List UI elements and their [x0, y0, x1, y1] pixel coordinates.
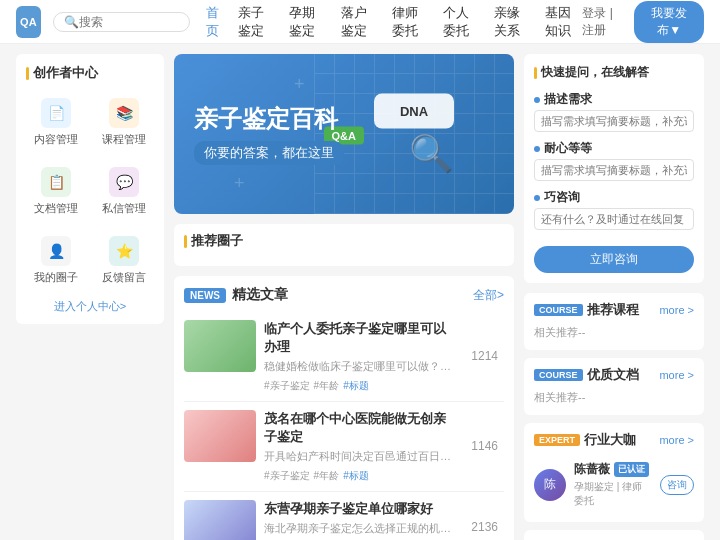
course-badge: COURSE	[534, 304, 583, 316]
tag-age[interactable]: #年龄	[314, 379, 340, 393]
tag-paternity-2[interactable]: #亲子鉴定	[264, 469, 310, 483]
enter-center-link[interactable]: 进入个人中心>	[54, 300, 126, 312]
dna-card: DNA	[374, 94, 454, 129]
docs-more-link[interactable]: more >	[659, 369, 694, 381]
banner-text: 亲子鉴定百科 你要的答案，都在这里	[194, 103, 344, 165]
article-title-3[interactable]: 东营孕期亲子鉴定单位哪家好	[264, 500, 457, 518]
expert-item: 陈 陈蔷薇 已认证 孕期鉴定 | 律师委托 咨询	[534, 455, 694, 514]
article-thumb-3	[184, 500, 256, 540]
search-bar[interactable]: 🔍	[53, 12, 190, 32]
banner-decoration: DNA Q&A 🔍	[374, 94, 454, 175]
quick-ask-patient-label: 耐心等等	[534, 140, 694, 157]
expert-consult-button[interactable]: 咨询	[660, 475, 694, 495]
experts-more-link[interactable]: more >	[659, 434, 694, 446]
courses-header: COURSE 推荐课程 more >	[534, 301, 694, 319]
creator-item-circle[interactable]: 👤 我的圈子	[26, 230, 86, 291]
quick-ask-item-patient: 耐心等等	[534, 140, 694, 181]
nav-item-personal[interactable]: 个人委托	[443, 4, 480, 40]
nav-item-lawyer[interactable]: 律师委托	[392, 4, 429, 40]
expert-avatar: 陈	[534, 469, 566, 501]
article-thumb-1	[184, 320, 256, 372]
creator-item-course[interactable]: 📚 课程管理	[94, 92, 154, 153]
right-sidebar: 快速提问，在线解答 描述需求 耐心等等 巧咨询	[524, 54, 704, 540]
nav-item-home[interactable]: 首页	[206, 4, 225, 40]
courses-more-link[interactable]: more >	[659, 304, 694, 316]
experts-box: EXPERT 行业大咖 more > 陈 陈蔷薇 已认证 孕期鉴定 | 律师委托…	[524, 423, 704, 522]
left-sidebar: 创作者中心 📄 内容管理 📚 课程管理 📋 文档管理 💬 私信管理	[16, 54, 164, 540]
article-title-2[interactable]: 茂名在哪个中心医院能做无创亲子鉴定	[264, 410, 457, 446]
expert-info: 陈蔷薇 已认证 孕期鉴定 | 律师委托	[574, 461, 652, 508]
search-input[interactable]	[79, 15, 179, 29]
consult-label: 巧咨询	[544, 189, 580, 206]
docs-label: 优质文档	[587, 366, 656, 384]
banner-title: 亲子鉴定百科	[194, 103, 344, 135]
article-count-3: 2136	[465, 500, 504, 540]
creator-grid: 📄 内容管理 📚 课程管理 📋 文档管理 💬 私信管理 👤 我的圈	[26, 92, 154, 291]
courses-label: 推荐课程	[587, 301, 656, 319]
quick-ask-box: 快速提问，在线解答 描述需求 耐心等等 巧咨询	[524, 54, 704, 283]
articles-title: 精选文章	[232, 286, 288, 304]
header: QA 🔍 首页 亲子鉴定 孕期鉴定 落户鉴定 律师委托 个人委托 亲缘关系 基因…	[0, 0, 720, 44]
feedback-label: 反馈留言	[102, 270, 146, 285]
feedback-icon: ⭐	[109, 236, 139, 266]
circle-icon: 👤	[41, 236, 71, 266]
experts-label: 行业大咖	[584, 431, 655, 449]
message-label: 私信管理	[102, 201, 146, 216]
expert-tags: 孕期鉴定 | 律师委托	[574, 480, 652, 508]
login-link[interactable]: 登录 | 注册	[582, 5, 622, 39]
content-icon: 📄	[41, 98, 71, 128]
search-icon: 🔍	[64, 15, 79, 29]
quanzi-section-title: 推荐圈子	[184, 232, 504, 250]
patient-input[interactable]	[534, 159, 694, 181]
article-count-1: 1214	[465, 320, 504, 393]
courses-sub-rec: 相关推荐--	[534, 325, 694, 340]
nav-item-gene[interactable]: 基因知识	[545, 4, 582, 40]
creator-item-content[interactable]: 📄 内容管理	[26, 92, 86, 153]
article-count-2: 1146	[465, 410, 504, 483]
describe-input[interactable]	[534, 110, 694, 132]
articles-section: NEWS 精选文章 全部> 临产个人委托亲子鉴定哪里可以办理 稳健婚检做临床子鉴…	[174, 276, 514, 540]
hot-box: 热门问题 热门文章 广州亲子鉴定机构大约需要多少钱	[524, 530, 704, 540]
nav-item-paternity[interactable]: 亲子鉴定	[238, 4, 275, 40]
quick-ask-title: 快速提问，在线解答	[534, 64, 694, 81]
content-label: 内容管理	[34, 132, 78, 147]
consult-button[interactable]: 立即咨询	[534, 246, 694, 273]
tag-paternity[interactable]: #亲子鉴定	[264, 379, 310, 393]
nav-item-relation[interactable]: 亲缘关系	[494, 4, 531, 40]
creator-box: 创作者中心 📄 内容管理 📚 课程管理 📋 文档管理 💬 私信管理	[16, 54, 164, 324]
quanzi-box: 推荐圈子	[174, 224, 514, 266]
experts-header: EXPERT 行业大咖 more >	[534, 431, 694, 449]
article-desc-2: 开具哈妇产科时间决定百邑通过百日胎儿亲子鉴定？在孕妇怀孕5周之后就可以做亲子鉴定…	[264, 449, 457, 464]
nav-item-household[interactable]: 落户鉴定	[341, 4, 378, 40]
creator-item-feedback[interactable]: ⭐ 反馈留言	[94, 230, 154, 291]
article-item: 茂名在哪个中心医院能做无创亲子鉴定 开具哈妇产科时间决定百邑通过百日胎儿亲子鉴定…	[184, 402, 504, 492]
creator-item-doc[interactable]: 📋 文档管理	[26, 161, 86, 222]
enter-center[interactable]: 进入个人中心>	[26, 299, 154, 314]
article-item: 东营孕期亲子鉴定单位哪家好 海北孕期亲子鉴定怎么选择正规的机构？海北1，查司法鉴…	[184, 492, 504, 540]
view-all-link[interactable]: 全部>	[473, 287, 504, 304]
article-tags-1: #亲子鉴定 #年龄 #标题	[264, 379, 457, 393]
creator-item-message[interactable]: 💬 私信管理	[94, 161, 154, 222]
tag-title-2[interactable]: #标题	[343, 469, 369, 483]
dot-icon-3	[534, 195, 540, 201]
consult-input[interactable]	[534, 208, 694, 230]
article-info-2: 茂名在哪个中心医院能做无创亲子鉴定 开具哈妇产科时间决定百邑通过百日胎儿亲子鉴定…	[264, 410, 457, 483]
article-title-1[interactable]: 临产个人委托亲子鉴定哪里可以办理	[264, 320, 457, 356]
dot-icon-2	[534, 146, 540, 152]
tag-title[interactable]: #标题	[343, 379, 369, 393]
article-info-3: 东营孕期亲子鉴定单位哪家好 海北孕期亲子鉴定怎么选择正规的机构？海北1，查司法鉴…	[264, 500, 457, 540]
docs-badge: COURSE	[534, 369, 583, 381]
header-right: 登录 | 注册 我要发布▼	[582, 1, 704, 43]
docs-header: COURSE 优质文档 more >	[534, 366, 694, 384]
docs-sub-rec: 相关推荐--	[534, 390, 694, 405]
main-nav: 首页 亲子鉴定 孕期鉴定 落户鉴定 律师委托 个人委托 亲缘关系 基因知识	[206, 4, 583, 40]
article-desc-3: 海北孕期亲子鉴定怎么选择正规的机构？海北1，查司法鉴定资质，最够DNA亲子鉴定一…	[264, 521, 457, 536]
nav-item-pregnancy[interactable]: 孕期鉴定	[289, 4, 326, 40]
course-label: 课程管理	[102, 132, 146, 147]
plus-deco-2: +	[234, 173, 245, 194]
quick-ask-item-describe: 描述需求	[534, 91, 694, 132]
tag-age-2[interactable]: #年龄	[314, 469, 340, 483]
publish-button[interactable]: 我要发布▼	[634, 1, 704, 43]
courses-box: COURSE 推荐课程 more > 相关推荐--	[524, 293, 704, 350]
main-content: 创作者中心 📄 内容管理 📚 课程管理 📋 文档管理 💬 私信管理	[0, 44, 720, 540]
